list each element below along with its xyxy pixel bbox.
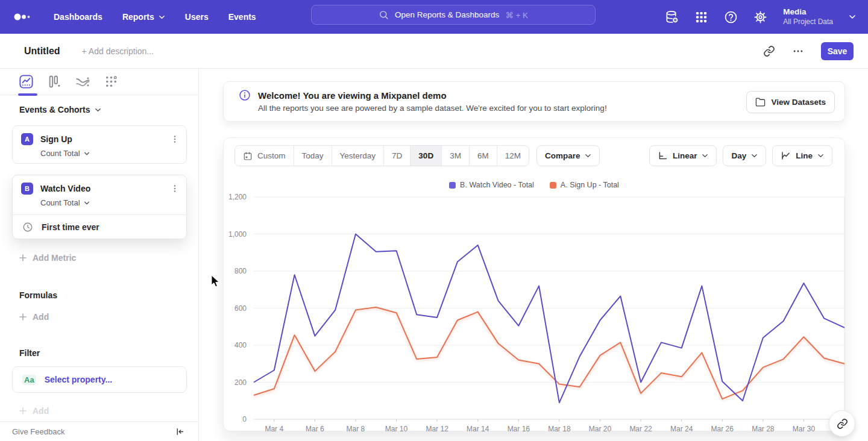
svg-text:Mar 16: Mar 16 [508, 425, 530, 432]
report-title[interactable]: Untitled [24, 46, 60, 57]
svg-text:800: 800 [234, 267, 247, 275]
svg-text:Mar 24: Mar 24 [670, 425, 693, 432]
svg-text:1,200: 1,200 [228, 193, 247, 201]
svg-text:Mar 8: Mar 8 [347, 425, 365, 432]
banner-subtitle: All the reports you see are powered by a… [258, 104, 607, 113]
help-icon[interactable] [724, 10, 738, 24]
chevron-down-icon [84, 151, 90, 157]
project-scope: All Project Data [783, 17, 833, 27]
add-filter-button[interactable]: Add [19, 406, 49, 416]
metric-aggregation-dropdown[interactable]: Count Total [40, 198, 186, 214]
plus-icon [19, 254, 27, 261]
info-icon [239, 89, 251, 101]
share-link-button[interactable] [829, 410, 855, 437]
chevron-down-icon [159, 14, 165, 20]
search-placeholder: Open Reports & Dashboards [395, 10, 499, 19]
svg-text:Mar 14: Mar 14 [467, 425, 489, 432]
report-tabs [0, 69, 198, 95]
folder-icon [755, 97, 766, 107]
copy-link-icon[interactable] [763, 45, 775, 57]
mixpanel-logo[interactable] [13, 10, 34, 24]
property-type-chip: Aa [22, 375, 36, 385]
tab-retention[interactable] [103, 74, 119, 90]
metric-badge-b: B [21, 183, 33, 195]
svg-text:Mar 10: Mar 10 [385, 425, 408, 432]
svg-text:Mar 6: Mar 6 [306, 425, 324, 432]
nav-item-events[interactable]: Events [228, 12, 256, 22]
plus-icon [19, 407, 27, 414]
metric-card-b[interactable]: B Watch Video Count Total First time eve… [12, 175, 187, 239]
apps-grid-icon[interactable] [694, 10, 708, 24]
formulas-header: Formulas [19, 290, 57, 300]
metric-aggregation-dropdown[interactable]: Count Total [40, 149, 186, 165]
project-name: Media [783, 7, 833, 17]
global-search-input[interactable]: Open Reports & Dashboards ⌘ + K [311, 5, 596, 25]
active-tab-indicator [18, 93, 37, 96]
svg-text:Mar 26: Mar 26 [711, 425, 734, 432]
first-time-ever-option[interactable]: First time ever [13, 214, 186, 239]
add-metric-button[interactable]: Add Metric [19, 253, 76, 263]
svg-text:0: 0 [242, 415, 247, 424]
svg-text:Mar 4: Mar 4 [265, 425, 283, 432]
metric-menu-icon[interactable] [171, 184, 179, 193]
filter-header: Filter [19, 348, 40, 358]
tab-flows[interactable] [75, 74, 91, 90]
settings-gear-icon[interactable] [753, 10, 767, 24]
search-icon [379, 10, 389, 20]
svg-text:Mar 30: Mar 30 [793, 425, 816, 432]
svg-text:200: 200 [234, 378, 247, 387]
svg-text:Mar 20: Mar 20 [589, 425, 612, 432]
welcome-banner: Welcome! You are viewing a Mixpanel demo… [223, 81, 845, 122]
svg-text:Mar 22: Mar 22 [629, 425, 652, 432]
tab-funnels[interactable] [46, 74, 63, 90]
banner-title: Welcome! You are viewing a Mixpanel demo [258, 90, 607, 101]
svg-text:Mar 12: Mar 12 [426, 425, 448, 432]
metric-event-name: Sign Up [40, 134, 163, 144]
svg-text:600: 600 [234, 304, 247, 313]
chevron-down-icon [95, 107, 101, 113]
project-switcher[interactable]: Media All Project Data [783, 7, 833, 27]
nav-item-dashboards[interactable]: Dashboards [54, 12, 102, 22]
give-feedback-link[interactable]: Give Feedback [12, 427, 64, 436]
collapse-sidebar-icon[interactable] [175, 427, 185, 437]
chevron-down-icon[interactable] [849, 13, 856, 20]
svg-text:1,000: 1,000 [228, 230, 247, 239]
add-description-field[interactable]: + Add description... [82, 46, 154, 56]
metric-event-name: Watch Video [40, 184, 163, 193]
svg-text:Mar 28: Mar 28 [752, 425, 775, 432]
events-cohorts-header[interactable]: Events & Cohorts [19, 105, 101, 114]
save-button[interactable]: Save [821, 42, 854, 60]
data-management-icon[interactable] [665, 10, 679, 24]
svg-text:Mar 18: Mar 18 [548, 425, 571, 432]
top-nav: Dashboards Reports Users Events Open Rep… [0, 0, 868, 34]
report-header-bar: Untitled + Add description... Save [0, 34, 868, 69]
tab-insights[interactable] [18, 74, 34, 90]
chart-panel: Custom Today Yesterday 7D 30D 3M 6M 12M … [223, 137, 845, 431]
sidebar-footer: Give Feedback [0, 421, 198, 441]
query-builder-sidebar: Events & Cohorts A Sign Up Count Total B… [0, 69, 199, 441]
report-main-area: Welcome! You are viewing a Mixpanel demo… [199, 69, 868, 441]
line-chart[interactable]: 02004006008001,0001,200Mar 4Mar 6Mar 8Ma… [224, 138, 846, 432]
more-options-icon[interactable] [792, 45, 804, 57]
link-icon [837, 418, 848, 430]
clock-icon [22, 222, 33, 233]
chevron-down-icon [84, 200, 90, 206]
plus-icon [19, 313, 27, 321]
add-formula-button[interactable]: Add [19, 312, 49, 322]
svg-text:400: 400 [234, 341, 247, 349]
filter-placeholder: Select property... [45, 375, 113, 384]
metric-menu-icon[interactable] [171, 135, 179, 143]
search-shortcut: ⌘ + K [505, 10, 528, 20]
nav-item-reports[interactable]: Reports [122, 12, 165, 22]
metric-card-a[interactable]: A Sign Up Count Total [12, 125, 187, 164]
view-datasets-button[interactable]: View Datasets [746, 91, 835, 113]
nav-item-users[interactable]: Users [185, 12, 209, 22]
filter-select-property[interactable]: Aa Select property... [12, 366, 187, 393]
metric-badge-a: A [21, 133, 33, 145]
